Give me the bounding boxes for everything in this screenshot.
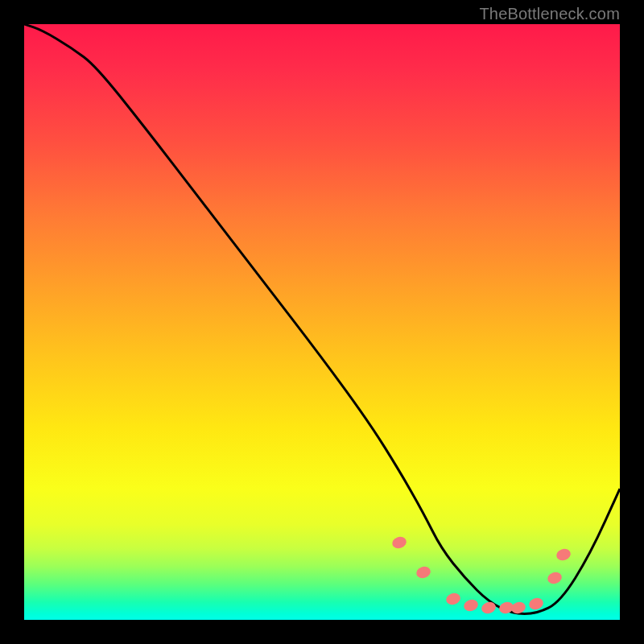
chart-frame: TheBottleneck.com <box>0 0 644 644</box>
watermark-text: TheBottleneck.com <box>479 5 620 23</box>
gradient-plot-area <box>24 24 620 620</box>
